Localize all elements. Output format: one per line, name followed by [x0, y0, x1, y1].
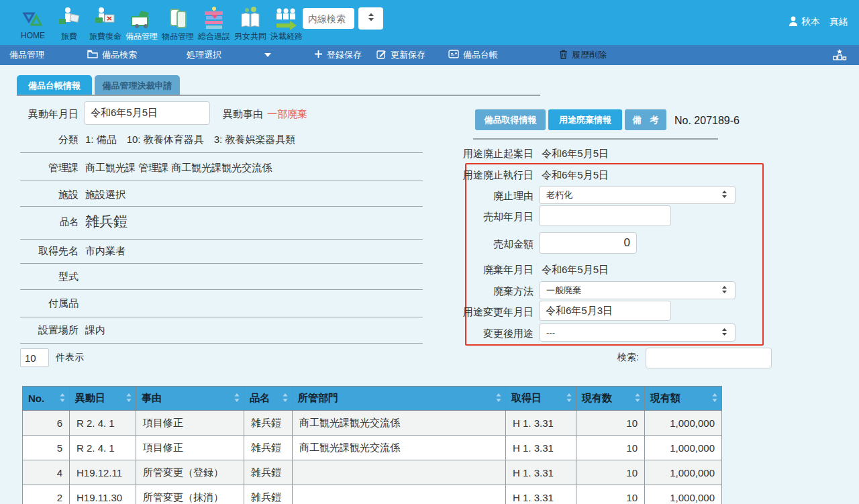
cell-dept	[293, 485, 506, 504]
goods-icon	[166, 3, 190, 30]
col-header-idou-date[interactable]: 異動日	[70, 387, 136, 411]
sale-amount-input[interactable]	[539, 232, 637, 254]
sale-date-input[interactable]	[539, 205, 671, 226]
updown-arrow-icon	[721, 285, 728, 296]
nav-approval-route[interactable]: 決裁経路	[268, 3, 305, 42]
disposal-info-button[interactable]: 用途廃棄情報	[548, 109, 622, 130]
tab-ledger-info[interactable]: 備品台帳情報	[17, 75, 92, 96]
equipment-icon	[129, 3, 154, 30]
disposal-exec-date-value: 令和6年5月5日	[542, 169, 609, 182]
table-row[interactable]: 4 H19.12.11 所管変更（登録） 雑兵鎧 H 1. 3.31 10 1,…	[23, 460, 722, 485]
field-label-idou-reason: 異動事由	[201, 108, 263, 121]
col-header-acq-date[interactable]: 取得日	[506, 387, 576, 411]
disposal-draft-date-value: 令和6年5月5日	[542, 148, 609, 160]
col-header-qty[interactable]: 現有数	[576, 387, 645, 411]
sort-icon[interactable]	[125, 392, 132, 405]
menu-item-history-delete[interactable]: 履歴削除	[559, 45, 607, 65]
process-select-caret[interactable]	[264, 45, 271, 65]
nav-travel-report[interactable]: 旅費復命	[87, 3, 123, 42]
sort-icon[interactable]	[59, 392, 66, 405]
approval-route-icon	[274, 3, 299, 30]
table-search-input[interactable]	[646, 348, 772, 368]
tab-label: 備品台帳情報	[28, 80, 81, 92]
menubar-app-title: 備品管理	[9, 45, 44, 65]
menu-item-process-select[interactable]: 処理選択	[187, 45, 221, 65]
sort-icon[interactable]	[282, 392, 289, 405]
top-app-bar: HOME 旅費 旅費復命 備品管理	[0, 0, 859, 45]
cell-acq-date: H 1. 3.31	[506, 460, 576, 485]
home-logo-icon	[20, 3, 46, 30]
usage-after-change-select[interactable]: ---	[539, 323, 736, 342]
sort-icon[interactable]	[711, 392, 718, 405]
table-row[interactable]: 5 R 2. 4. 1 項目修正 雑兵鎧 商工観光課観光交流係 H 1. 3.3…	[23, 436, 722, 460]
col-header-item-name[interactable]: 品名	[244, 387, 293, 411]
discard-method-select[interactable]: 一般廃棄	[539, 281, 736, 299]
sort-icon[interactable]	[234, 392, 240, 405]
menu-item-ledger[interactable]: 備品台帳	[448, 45, 498, 65]
field-label-usage-change-date: 用途変更年月日	[376, 306, 534, 319]
select-value: 一般廃棄	[546, 285, 581, 297]
cell-date: H19.12.11	[70, 460, 136, 485]
menu-item-update-save[interactable]: 更新保存	[376, 45, 425, 65]
cell-date: R 2. 4. 1	[70, 411, 136, 436]
cell-qty: 10	[576, 485, 645, 504]
col-header-department[interactable]: 所管部門	[293, 387, 506, 411]
page-size-label: 件表示	[56, 352, 84, 364]
field-label-category: 分類	[0, 134, 79, 146]
divider	[20, 239, 423, 240]
sort-icon[interactable]	[495, 392, 502, 405]
field-label-disposal-exec-date: 用途廃止執行日	[376, 169, 534, 182]
sitemap-icon[interactable]	[832, 45, 847, 65]
cell-reason: 所管変更（抹消）	[136, 485, 244, 504]
cell-no: 6	[23, 411, 70, 436]
col-header-no[interactable]: No.	[23, 387, 70, 411]
abolition-reason-select[interactable]: 老朽化	[539, 186, 736, 204]
document-number: No. 207189-6	[674, 115, 740, 127]
topbar-dropdown[interactable]	[358, 7, 383, 30]
cell-qty: 10	[576, 436, 645, 460]
cell-acq-date: H 1. 3.31	[506, 485, 576, 504]
usage-change-date-input[interactable]	[539, 301, 671, 321]
sort-icon[interactable]	[634, 392, 641, 405]
facility-value[interactable]: 施設選択	[85, 189, 125, 201]
remarks-button[interactable]: 備 考	[625, 109, 666, 130]
field-label-idou-date: 異動年月日	[0, 108, 79, 121]
page-size-input[interactable]	[20, 348, 49, 367]
acquisition-info-button[interactable]: 備品取得情報	[475, 109, 546, 130]
nav-equipment-management[interactable]: 備品管理	[123, 3, 160, 42]
updown-arrow-icon	[366, 12, 376, 25]
extension-search-input[interactable]	[303, 8, 354, 29]
cell-dept	[293, 460, 506, 485]
select-value: ---	[546, 327, 555, 338]
field-label-location: 設置場所	[0, 324, 79, 337]
nav-travel-expense[interactable]: 旅費	[51, 3, 87, 42]
sort-icon[interactable]	[566, 392, 572, 405]
table-row[interactable]: 2 H19.11.30 所管変更（抹消） 雑兵鎧 H 1. 3.31 10 1,…	[23, 485, 722, 504]
chevron-down-icon	[264, 53, 271, 57]
nav-home[interactable]: HOME	[15, 3, 51, 42]
cell-name: 雑兵鎧	[244, 411, 293, 436]
cell-reason: 所管変更（登録）	[136, 460, 244, 485]
cell-name: 雑兵鎧	[244, 460, 293, 485]
ledger-card-icon	[448, 50, 459, 60]
discard-date-value: 令和6年5月5日	[542, 264, 609, 276]
user-menu[interactable]: 秋本 真緒	[789, 16, 848, 28]
nav-sogo-kago[interactable]: 総合過誤	[196, 3, 232, 42]
field-label-model: 型式	[0, 270, 79, 283]
cell-qty: 10	[576, 411, 645, 436]
field-label-usage-after-change: 変更後用途	[376, 327, 534, 340]
nav-danjo-kyodo[interactable]: 男女共同	[232, 3, 268, 42]
nav-label: 旅費	[61, 31, 77, 42]
nav-goods-management[interactable]: 物品管理	[160, 3, 196, 42]
table-row[interactable]: 6 R 2. 4. 1 項目修正 雑兵鎧 商工観光課観光交流係 H 1. 3.3…	[23, 411, 722, 436]
col-header-reason[interactable]: 事由	[136, 387, 244, 411]
field-label-item-name: 品名	[0, 216, 79, 228]
menu-item-search[interactable]: 備品検索	[87, 45, 137, 65]
nav-label: 物品管理	[162, 31, 194, 42]
idou-date-input[interactable]	[84, 101, 210, 125]
tab-approval-request[interactable]: 備品管理決裁申請	[95, 75, 180, 96]
cell-name: 雑兵鎧	[244, 436, 293, 460]
col-header-amount[interactable]: 現有額	[645, 387, 722, 411]
app-nav: HOME 旅費 旅費復命 備品管理	[15, 3, 305, 42]
menu-item-register-save[interactable]: 登録保存	[314, 45, 362, 65]
